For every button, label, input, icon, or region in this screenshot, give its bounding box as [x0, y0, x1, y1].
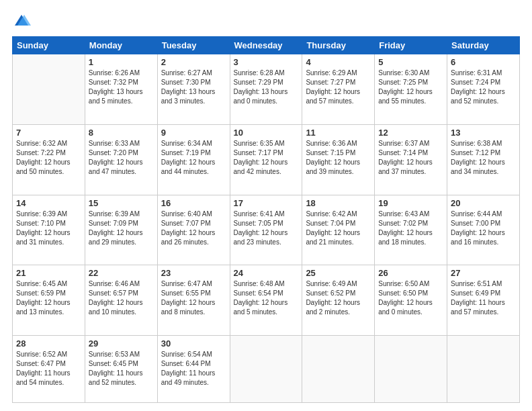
day-detail: Sunrise: 6:53 AM Sunset: 6:45 PM Dayligh… [89, 350, 154, 387]
day-detail: Sunrise: 6:27 AM Sunset: 7:30 PM Dayligh… [161, 68, 226, 106]
day-number: 27 [451, 268, 516, 278]
day-detail: Sunrise: 6:42 AM Sunset: 7:04 PM Dayligh… [306, 210, 371, 247]
day-cell: 6Sunrise: 6:31 AM Sunset: 7:24 PM Daylig… [447, 54, 520, 125]
day-cell [230, 336, 302, 403]
day-number: 13 [451, 128, 516, 138]
day-detail: Sunrise: 6:29 AM Sunset: 7:27 PM Dayligh… [306, 68, 371, 106]
day-number: 20 [451, 198, 516, 208]
week-row-4: 21Sunrise: 6:45 AM Sunset: 6:59 PM Dayli… [13, 265, 520, 336]
col-header-wednesday: Wednesday [230, 37, 302, 54]
calendar: SundayMondayTuesdayWednesdayThursdayFrid… [12, 36, 520, 403]
day-cell: 1Sunrise: 6:26 AM Sunset: 7:32 PM Daylig… [85, 54, 157, 125]
day-number: 8 [89, 128, 154, 138]
day-number: 12 [378, 128, 443, 138]
day-number: 24 [234, 268, 299, 278]
day-detail: Sunrise: 6:28 AM Sunset: 7:29 PM Dayligh… [234, 68, 299, 106]
day-cell: 22Sunrise: 6:46 AM Sunset: 6:57 PM Dayli… [85, 265, 157, 336]
day-number: 29 [89, 338, 154, 349]
logo [12, 12, 34, 31]
header-row: SundayMondayTuesdayWednesdayThursdayFrid… [13, 37, 520, 54]
day-detail: Sunrise: 6:33 AM Sunset: 7:20 PM Dayligh… [89, 139, 154, 177]
day-detail: Sunrise: 6:39 AM Sunset: 7:09 PM Dayligh… [89, 210, 154, 247]
day-cell: 2Sunrise: 6:27 AM Sunset: 7:30 PM Daylig… [157, 54, 230, 125]
day-detail: Sunrise: 6:52 AM Sunset: 6:47 PM Dayligh… [16, 350, 81, 387]
day-number: 10 [234, 128, 299, 138]
day-detail: Sunrise: 6:40 AM Sunset: 7:07 PM Dayligh… [161, 210, 226, 247]
col-header-saturday: Saturday [447, 37, 520, 54]
day-detail: Sunrise: 6:48 AM Sunset: 6:54 PM Dayligh… [234, 279, 299, 317]
day-cell: 18Sunrise: 6:42 AM Sunset: 7:04 PM Dayli… [302, 195, 375, 265]
day-cell: 21Sunrise: 6:45 AM Sunset: 6:59 PM Dayli… [13, 265, 85, 336]
col-header-monday: Monday [85, 37, 157, 54]
day-cell: 20Sunrise: 6:44 AM Sunset: 7:00 PM Dayli… [447, 195, 520, 265]
week-row-1: 1Sunrise: 6:26 AM Sunset: 7:32 PM Daylig… [13, 54, 520, 125]
logo-icon [12, 12, 31, 31]
day-number: 19 [378, 198, 443, 208]
day-detail: Sunrise: 6:51 AM Sunset: 6:49 PM Dayligh… [451, 279, 516, 317]
day-cell: 25Sunrise: 6:49 AM Sunset: 6:52 PM Dayli… [302, 265, 375, 336]
day-cell: 10Sunrise: 6:35 AM Sunset: 7:17 PM Dayli… [230, 124, 302, 195]
day-number: 16 [161, 198, 226, 208]
day-cell: 30Sunrise: 6:54 AM Sunset: 6:44 PM Dayli… [157, 336, 230, 403]
day-detail: Sunrise: 6:34 AM Sunset: 7:19 PM Dayligh… [161, 139, 226, 177]
day-detail: Sunrise: 6:26 AM Sunset: 7:32 PM Dayligh… [89, 68, 154, 106]
day-number: 30 [161, 338, 226, 349]
day-cell: 8Sunrise: 6:33 AM Sunset: 7:20 PM Daylig… [85, 124, 157, 195]
day-number: 1 [89, 57, 154, 67]
col-header-thursday: Thursday [302, 37, 375, 54]
day-detail: Sunrise: 6:44 AM Sunset: 7:00 PM Dayligh… [451, 210, 516, 247]
day-detail: Sunrise: 6:50 AM Sunset: 6:50 PM Dayligh… [378, 279, 443, 317]
day-cell: 26Sunrise: 6:50 AM Sunset: 6:50 PM Dayli… [375, 265, 447, 336]
day-cell [302, 336, 375, 403]
day-number: 4 [306, 57, 371, 67]
day-detail: Sunrise: 6:38 AM Sunset: 7:12 PM Dayligh… [451, 139, 516, 177]
day-cell: 5Sunrise: 6:30 AM Sunset: 7:25 PM Daylig… [375, 54, 447, 125]
day-number: 28 [16, 338, 81, 349]
day-detail: Sunrise: 6:35 AM Sunset: 7:17 PM Dayligh… [234, 139, 299, 177]
day-cell: 19Sunrise: 6:43 AM Sunset: 7:02 PM Dayli… [375, 195, 447, 265]
day-number: 2 [161, 57, 226, 67]
col-header-tuesday: Tuesday [157, 37, 230, 54]
day-cell: 13Sunrise: 6:38 AM Sunset: 7:12 PM Dayli… [447, 124, 520, 195]
header [12, 12, 520, 31]
day-cell: 9Sunrise: 6:34 AM Sunset: 7:19 PM Daylig… [157, 124, 230, 195]
day-detail: Sunrise: 6:47 AM Sunset: 6:55 PM Dayligh… [161, 279, 226, 317]
day-cell: 27Sunrise: 6:51 AM Sunset: 6:49 PM Dayli… [447, 265, 520, 336]
day-detail: Sunrise: 6:54 AM Sunset: 6:44 PM Dayligh… [161, 350, 226, 387]
day-number: 22 [89, 268, 154, 278]
day-cell: 7Sunrise: 6:32 AM Sunset: 7:22 PM Daylig… [13, 124, 85, 195]
day-number: 11 [306, 128, 371, 138]
day-cell: 11Sunrise: 6:36 AM Sunset: 7:15 PM Dayli… [302, 124, 375, 195]
day-cell [447, 336, 520, 403]
day-number: 14 [16, 198, 81, 208]
day-number: 21 [16, 268, 81, 278]
page: SundayMondayTuesdayWednesdayThursdayFrid… [0, 0, 532, 411]
day-cell: 12Sunrise: 6:37 AM Sunset: 7:14 PM Dayli… [375, 124, 447, 195]
day-number: 7 [16, 128, 81, 138]
day-detail: Sunrise: 6:31 AM Sunset: 7:24 PM Dayligh… [451, 68, 516, 106]
day-cell: 28Sunrise: 6:52 AM Sunset: 6:47 PM Dayli… [13, 336, 85, 403]
week-row-3: 14Sunrise: 6:39 AM Sunset: 7:10 PM Dayli… [13, 195, 520, 265]
day-detail: Sunrise: 6:30 AM Sunset: 7:25 PM Dayligh… [378, 68, 443, 106]
day-cell: 15Sunrise: 6:39 AM Sunset: 7:09 PM Dayli… [85, 195, 157, 265]
day-cell: 17Sunrise: 6:41 AM Sunset: 7:05 PM Dayli… [230, 195, 302, 265]
day-cell: 3Sunrise: 6:28 AM Sunset: 7:29 PM Daylig… [230, 54, 302, 125]
day-cell: 29Sunrise: 6:53 AM Sunset: 6:45 PM Dayli… [85, 336, 157, 403]
day-detail: Sunrise: 6:46 AM Sunset: 6:57 PM Dayligh… [89, 279, 154, 317]
day-detail: Sunrise: 6:49 AM Sunset: 6:52 PM Dayligh… [306, 279, 371, 317]
day-number: 18 [306, 198, 371, 208]
day-cell [13, 54, 85, 125]
day-cell [375, 336, 447, 403]
day-number: 5 [378, 57, 443, 67]
day-detail: Sunrise: 6:41 AM Sunset: 7:05 PM Dayligh… [234, 210, 299, 247]
day-detail: Sunrise: 6:39 AM Sunset: 7:10 PM Dayligh… [16, 210, 81, 247]
day-detail: Sunrise: 6:36 AM Sunset: 7:15 PM Dayligh… [306, 139, 371, 177]
week-row-5: 28Sunrise: 6:52 AM Sunset: 6:47 PM Dayli… [13, 336, 520, 403]
day-cell: 23Sunrise: 6:47 AM Sunset: 6:55 PM Dayli… [157, 265, 230, 336]
col-header-sunday: Sunday [13, 37, 85, 54]
day-detail: Sunrise: 6:32 AM Sunset: 7:22 PM Dayligh… [16, 139, 81, 177]
day-number: 23 [161, 268, 226, 278]
day-number: 25 [306, 268, 371, 278]
day-detail: Sunrise: 6:37 AM Sunset: 7:14 PM Dayligh… [378, 139, 443, 177]
day-number: 6 [451, 57, 516, 67]
